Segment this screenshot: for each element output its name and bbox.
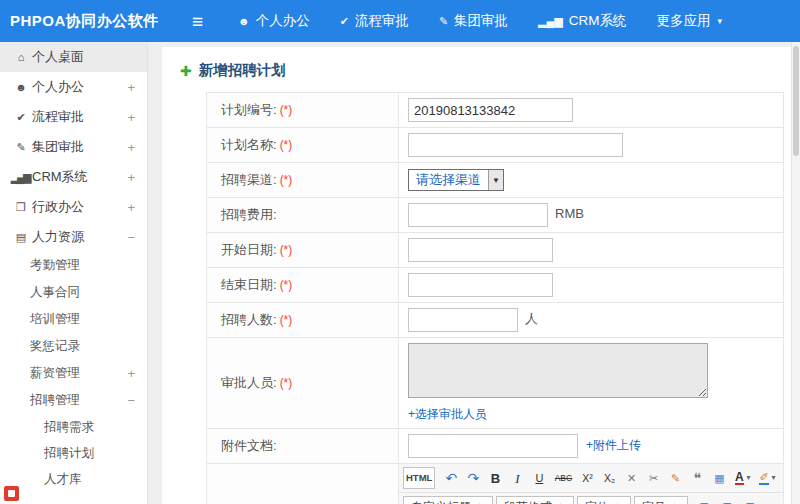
recruit-plan-form: 计划编号:(*) 计划名称:(*) 招聘渠道:( — [206, 92, 784, 504]
end-date-input[interactable] — [408, 273, 553, 297]
editor-align-icons: ≣ ≣ ≣ ⇥ ⇤ — [694, 496, 791, 504]
top-menu-item[interactable]: ✎ 集团审批 — [424, 0, 523, 42]
headcount-input[interactable] — [408, 308, 518, 332]
sidebar-item[interactable]: ▂▄▆ CRM系统 + — [0, 162, 147, 192]
plan-number-input[interactable] — [408, 98, 573, 122]
editor-toolbar-button[interactable]: ≣ — [694, 496, 714, 504]
editor-toolbar-button-glyph: ↷ — [468, 471, 480, 485]
sidebar-item-label: 流程审批 — [32, 108, 84, 126]
service-float-icon[interactable] — [4, 486, 19, 501]
field-label: 招聘人数: — [221, 312, 277, 327]
editor-format-select-label: 自定义标题 — [411, 499, 471, 504]
top-menu-item[interactable]: ✔ 流程审批 — [325, 0, 424, 42]
sidebar-item[interactable]: 考勤管理 — [0, 252, 147, 279]
app-brand: PHPOA协同办公软件 — [0, 12, 160, 31]
approvers-textarea[interactable] — [408, 343, 708, 398]
vertical-scrollbar[interactable] — [791, 42, 800, 504]
expand-toggle-icon[interactable]: + — [127, 140, 135, 155]
sidebar-item-label: 人力资源 — [32, 228, 84, 246]
editor-toolbar-button[interactable]: ✕ — [622, 467, 642, 489]
sidebar-item[interactable]: 人事合同 — [0, 279, 147, 306]
sidebar-item[interactable]: ☻ 个人办公 + — [0, 72, 147, 102]
editor-format-select-label: 字体 — [585, 499, 609, 504]
channel-select[interactable]: 请选择渠道 ▼ — [408, 169, 504, 191]
editor-toolbar-button-glyph: ▦ — [714, 473, 724, 484]
form-row-fee: 招聘费用: RMB — [207, 198, 784, 233]
expand-toggle-icon[interactable]: + — [127, 110, 135, 125]
expand-toggle-icon[interactable]: − — [127, 393, 135, 408]
field-label: 开始日期: — [221, 242, 277, 257]
sidebar-item[interactable]: 招聘计划 — [0, 440, 147, 466]
sidebar-item-label: 人事合同 — [30, 284, 80, 301]
top-menu-item-icon: ✔ — [340, 15, 349, 28]
editor-format-selects: 自定义标题 ▾ 段落格式 ▾ — [403, 496, 688, 504]
expand-toggle-icon[interactable]: + — [127, 366, 135, 381]
sidebar-item[interactable]: ▤ 人力资源 − — [0, 222, 147, 252]
form-row-channel: 招聘渠道:(*) 请选择渠道 ▼ — [207, 163, 784, 198]
sidebar-item-label: 招聘管理 — [30, 392, 80, 409]
editor-toolbar-button[interactable]: ≣ — [740, 496, 760, 504]
expand-toggle-icon[interactable]: − — [127, 230, 135, 245]
editor-toolbar-row-2: 自定义标题 ▾ 段落格式 ▾ — [399, 493, 783, 504]
sidebar-item[interactable]: ⌂ 个人桌面 — [0, 42, 147, 72]
hamburger-menu-icon[interactable]: ≡ — [192, 12, 203, 31]
form-row-headcount: 招聘人数:(*) 人 — [207, 303, 784, 338]
editor-toolbar-button[interactable]: ↷ — [463, 467, 483, 489]
editor-toolbar-button[interactable]: ✎ — [666, 467, 686, 489]
content-panel: ✚ 新增招聘计划 计划编号:(*) 计划名称:(*) — [162, 47, 791, 504]
plan-name-input[interactable] — [408, 133, 623, 157]
editor-toolbar-button[interactable]: ≣ — [717, 496, 737, 504]
sidebar-item[interactable]: 奖惩记录 — [0, 333, 147, 360]
sidebar-nav: ⌂ 个人桌面 ☻ 个人办公 + ✔ 流程审批 + ✎ — [0, 42, 147, 492]
sidebar-item[interactable]: ✔ 流程审批 + — [0, 102, 147, 132]
top-menu-item[interactable]: ▂▄▆ CRM系统 — [523, 0, 641, 42]
sidebar-item[interactable]: 人才库 — [0, 466, 147, 492]
editor-toolbar-button[interactable]: ⇥ — [763, 496, 783, 504]
editor-format-select[interactable]: 字号 ▾ — [634, 496, 688, 504]
sidebar-item[interactable]: 培训管理 — [0, 306, 147, 333]
top-menu-item-label: 个人办公 — [256, 12, 310, 30]
field-label: 招聘费用: — [221, 207, 277, 222]
editor-format-select[interactable]: 字体 ▾ — [577, 496, 631, 504]
editor-toolbar-row-1: HTML ↶ ↷ B I U — [399, 464, 783, 493]
editor-format-select[interactable]: 自定义标题 ▾ — [403, 496, 493, 504]
attachment-upload-link[interactable]: +附件上传 — [586, 438, 641, 452]
sidebar-item[interactable]: ✎ 集团审批 + — [0, 132, 147, 162]
editor-toolbar-button[interactable]: HTML — [403, 467, 435, 489]
scrollbar-thumb[interactable] — [793, 46, 799, 156]
fee-input[interactable] — [408, 203, 548, 227]
editor-toolbar-button[interactable]: ✐ — [756, 467, 779, 489]
editor-toolbar-button[interactable]: ABC — [551, 467, 575, 489]
expand-toggle-icon[interactable]: + — [127, 200, 135, 215]
top-menu-item[interactable]: ☻ 个人办公 — [223, 0, 325, 42]
editor-toolbar-button[interactable]: A — [732, 467, 754, 489]
editor-toolbar-button[interactable]: ↶ — [441, 467, 461, 489]
editor-toolbar-button[interactable]: X₂ — [600, 467, 620, 489]
editor-toolbar-button[interactable]: B — [485, 467, 505, 489]
editor-toolbar-button[interactable]: X² — [578, 467, 598, 489]
expand-toggle-icon[interactable]: + — [127, 170, 135, 185]
required-mark: (*) — [280, 376, 293, 390]
editor-toolbar-button-glyph: HTML — [406, 473, 432, 483]
sidebar-item[interactable]: ❒ 行政办公 + — [0, 192, 147, 222]
editor-toolbar-button[interactable]: ❝ — [688, 467, 708, 489]
sidebar-item[interactable]: 招聘管理 − — [0, 387, 147, 414]
editor-toolbar-button[interactable]: I — [507, 467, 527, 489]
editor-format-select[interactable]: 段落格式 ▾ — [496, 496, 574, 504]
sidebar-item-label: 招聘需求 — [44, 419, 94, 436]
attachment-input[interactable] — [408, 434, 578, 458]
editor-toolbar-button-glyph: B — [491, 472, 500, 485]
editor-toolbar-button[interactable]: U — [529, 467, 549, 489]
headcount-unit-label: 人 — [525, 311, 538, 326]
topbar: PHPOA协同办公软件 ≡ ☻ 个人办公 ✔ 流程审批 ✎ 集团审批 — [0, 0, 800, 42]
expand-toggle-icon[interactable]: + — [127, 80, 135, 95]
start-date-input[interactable] — [408, 238, 553, 262]
dropdown-arrow-icon: ▼ — [488, 170, 503, 190]
sidebar-item[interactable]: 薪资管理 + — [0, 360, 147, 387]
approver-picker-link[interactable]: +选择审批人员 — [408, 406, 487, 423]
sidebar-item[interactable]: 招聘需求 — [0, 414, 147, 440]
editor-toolbar-button[interactable]: ✂ — [644, 467, 664, 489]
sidebar-item-label: 个人办公 — [32, 78, 84, 96]
top-menu-item[interactable]: 更多应用 ▾ — [642, 0, 738, 42]
editor-toolbar-button[interactable]: ▦ — [710, 467, 730, 489]
